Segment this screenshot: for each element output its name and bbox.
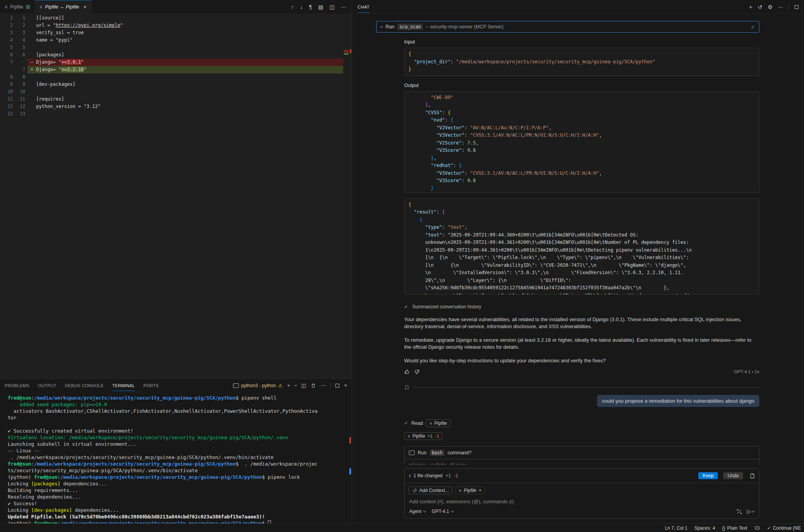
keep-button[interactable]: Keep (698, 472, 718, 479)
add-context-button[interactable]: Add Context... (408, 487, 452, 494)
current-file-chip[interactable]: ≡ Pipfile + (455, 487, 485, 494)
tool-input-code[interactable]: { "project_dir": "/media/workspace/proje… (404, 48, 759, 76)
chat-input[interactable]: Add context (#), extensions (@), command… (405, 496, 759, 505)
maximize-chat-icon[interactable] (795, 5, 799, 9)
diff-editor[interactable]: 11[[source]]22url = "https://pypi.org/si… (0, 14, 352, 378)
files-changed-bar[interactable]: 1 file changed +1 -1 Keep Undo (405, 469, 759, 483)
gear-icon[interactable]: ⚙ (768, 4, 773, 10)
changed-file-chip[interactable]: ≡ Pipfile +1 -1 (404, 432, 443, 440)
terminal-icon: › (233, 383, 239, 388)
tab-problems[interactable]: PROBLEMS (5, 380, 30, 391)
minimap[interactable] (343, 14, 352, 378)
tab-chat[interactable]: CHAT (358, 1, 370, 13)
chevron-right-icon[interactable] (408, 474, 411, 477)
tab-output[interactable]: OUTPUT (38, 380, 56, 391)
indentation[interactable]: Spaces: 4 (695, 525, 715, 531)
assistant-paragraph: To remediate, upgrade Django to a secure… (404, 337, 759, 351)
tab-terminal[interactable]: TERMINAL (112, 380, 135, 391)
more-actions-icon[interactable]: ⋯ (778, 4, 783, 10)
tools-icon[interactable] (736, 509, 742, 515)
chat-header-actions: + ↺ ⚙ ⋯ (749, 4, 799, 10)
tool-output-code-2[interactable]: { "result": [ { "type": "text", "text": … (404, 198, 759, 295)
scrollbar-info-mark (349, 468, 351, 475)
chat-messages[interactable]: Ran sca_scan – security-mcp-server (MCP … (352, 14, 804, 464)
terminal-line: . /media/workspace/projects/security/sec… (8, 454, 352, 461)
send-icon: ▷ (747, 508, 751, 515)
terminal-line: Updated Pipfile.lock (5a70c5d70be0496cc8… (8, 513, 352, 520)
modified-indicator-icon[interactable] (26, 5, 30, 9)
overview-ruler-mark (350, 49, 351, 53)
code-line: 22url = "https://pypi.org/simple" (0, 22, 352, 29)
terminal-line: tor (8, 414, 352, 421)
paperclip-icon (412, 488, 417, 493)
open-preview-icon[interactable]: ▤ (318, 4, 323, 10)
terminal-line: fred@sun:/media/workspace/projects/secur… (8, 395, 352, 401)
history-icon[interactable]: ↺ (758, 4, 762, 10)
whitespace-icon[interactable]: ¶ (309, 4, 312, 10)
brackets-icon: {} (722, 525, 725, 531)
close-icon[interactable]: × (83, 4, 87, 10)
scrollbar-error-mark (349, 437, 351, 443)
tab-pipfile-diff[interactable]: ≡ Pipfile ↔ Pipfile × (35, 0, 92, 14)
close-panel-icon[interactable]: × (344, 382, 347, 388)
summarized-history-row: ✓ Summarized conversation history (404, 304, 759, 309)
run-prefix: Run (418, 450, 427, 456)
tab-ports[interactable]: PORTS (144, 380, 159, 391)
bookmark-icon[interactable] (404, 385, 410, 390)
model-picker[interactable]: GPT-4.1 (432, 509, 453, 514)
cursor-position[interactable]: Ln 7, Col 1 (665, 525, 688, 531)
tool-output-code-1[interactable]: "CWE-89" ], "CVSS": { "nvd": { "V2Vector… (404, 91, 759, 193)
terminal[interactable]: fred@sun:/media/workspace/projects/secur… (0, 392, 352, 523)
view-changes-icon[interactable] (749, 473, 755, 479)
more-actions-icon[interactable]: ⋯ (321, 382, 326, 388)
undo-button[interactable]: Undo (723, 472, 743, 479)
terminal-line: ts/security/security_mcp/guinea-pig/SCA/… (8, 467, 352, 474)
send-button[interactable]: ▷ (747, 508, 754, 515)
copilot-icon (754, 525, 760, 531)
code-line: 55 (0, 44, 352, 51)
tool-call-prefix: Ran (386, 24, 394, 30)
code-line: 33verify_ssl = true (0, 29, 352, 37)
status-bar: Ln 7, Col 1 Spaces: 4 {} Plain Text ✓ Co… (0, 523, 804, 532)
tab-debug-console[interactable]: DEBUG CONSOLE (65, 380, 104, 391)
new-terminal-icon[interactable]: + (287, 382, 290, 388)
assistant-paragraph: Would you like step-by-step instructions… (404, 357, 759, 364)
command-text[interactable]: pipenv update django (405, 459, 759, 465)
read-file-chip[interactable]: ≡ Pipfile (426, 419, 450, 427)
code-line: 1313 (0, 110, 352, 118)
more-actions-icon[interactable]: ⋯ (341, 4, 346, 10)
run-suffix: command? (448, 450, 472, 456)
next-change-icon[interactable]: ↓ (300, 4, 303, 10)
previous-change-icon[interactable]: ↑ (291, 4, 294, 10)
file-name: Pipfile (412, 433, 425, 439)
user-message[interactable]: could you propose a remediation for this… (597, 395, 759, 407)
terminal-session-badge[interactable]: › python3 - python ⚠ (233, 383, 282, 388)
tool-server-label: – security-mcp-server (MCP Server) (426, 24, 504, 30)
editor-tab-bar: ≡ Pipfile ≡ Pipfile ↔ Pipfile × ↑ ↓ ¶ ▤ … (0, 0, 352, 14)
kill-terminal-icon[interactable] (311, 383, 316, 388)
thumbs-down-icon[interactable] (414, 369, 420, 375)
split-terminal-icon[interactable]: ◫ (301, 382, 306, 388)
maximize-panel-icon[interactable] (335, 384, 339, 388)
language-mode[interactable]: {} Plain Text (722, 525, 747, 531)
split-editor-icon[interactable]: ◫ (330, 4, 335, 10)
file-name: Pipfile (434, 421, 447, 426)
plus-icon: + (479, 488, 481, 493)
terminal-dropdown-icon[interactable] (294, 384, 297, 386)
terminal-line: fred@sun:/media/workspace/projects/secur… (8, 461, 352, 467)
terminal-line: activators BashActivator,CShellActivator… (8, 408, 352, 414)
terminal-line: Locking [dev-packages] dependencies... (8, 507, 352, 513)
code-line: 88 (0, 73, 352, 81)
new-chat-icon[interactable]: + (749, 4, 752, 10)
mode-picker[interactable]: Agent (409, 509, 425, 514)
deletions-count: -1 (435, 433, 439, 439)
tab-pipfile[interactable]: ≡ Pipfile (0, 0, 35, 14)
additions-count: +1 (427, 433, 433, 439)
thumbs-up-icon[interactable] (404, 369, 410, 375)
check-icon: ✓ (404, 420, 408, 426)
continue-extension-status[interactable]: ✓ Continue (NE (767, 525, 801, 531)
copilot-status[interactable] (754, 525, 760, 531)
tool-call-header[interactable]: Ran sca_scan – security-mcp-server (MCP … (376, 21, 759, 33)
chat-panel: CHAT + ↺ ⚙ ⋯ Ran sca_scan – security-mcp… (352, 0, 804, 523)
file-icon: ≡ (429, 421, 432, 426)
